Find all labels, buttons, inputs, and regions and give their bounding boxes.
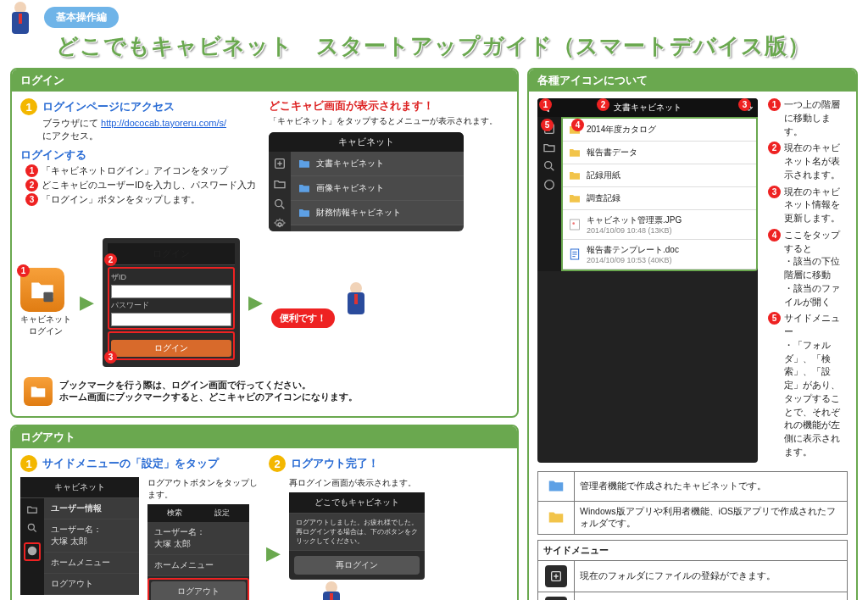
- screen-title: 文書キャビネット: [614, 102, 682, 114]
- badge: 4: [768, 229, 781, 242]
- menu-item: ホームメニュー: [147, 555, 249, 576]
- speech-bubble: 便利です！: [271, 308, 335, 328]
- text: 「キャビネット」をタップするとメニューが表示されます。: [269, 115, 509, 127]
- relogin-dialog-mock: どこでもキャビネット ログアウトしました。お疲れ様でした。 再ログインする場合は…: [289, 492, 425, 580]
- folder-info-icon: [545, 597, 567, 601]
- list-item: 報告書データ: [563, 142, 756, 164]
- callout-text: どこキャビ画面が表示されます！: [269, 98, 509, 114]
- userid-input[interactable]: [111, 285, 231, 298]
- svg-rect-3: [43, 292, 53, 302]
- arrow-icon: ▶: [248, 292, 263, 314]
- settings-menu-mock: キャビネット ユーザー情報 ユーザー名：大塚 太郎 ホームメニュー ログアウト: [20, 477, 139, 595]
- substep-badge: 2: [25, 179, 38, 192]
- badge: 3: [768, 186, 781, 198]
- folder-icon: [298, 157, 311, 170]
- step2-title: ログインする: [20, 147, 86, 163]
- user-folder-icon: [547, 508, 565, 526]
- cabinet-browser-mock: 1 2 3 5 4 ◀文書キャビネット⟳ 2014年度カタログ 報告書データ 記…: [537, 98, 758, 463]
- logout-header: ログアウト: [12, 426, 517, 448]
- step-badge: 1: [20, 455, 37, 472]
- text: にアクセス。: [42, 131, 98, 141]
- step-badge: 1: [20, 98, 37, 115]
- marker-3: 3: [738, 98, 751, 111]
- section-label: ユーザー情報: [44, 498, 139, 519]
- login-screen-mock: ログイン 2 ザID パスワード 3 ログイン: [103, 238, 240, 367]
- device-title: キャビネット: [269, 132, 464, 152]
- folder-legend-table: 管理者機能で作成されたキャビネットです。 Windows版アプリや利用者機能、i…: [537, 471, 848, 535]
- search-icon: [26, 522, 38, 534]
- menu-item: ホームメニュー: [44, 553, 139, 574]
- text: 「ログイン」ボタンをタップします。: [42, 193, 200, 206]
- device-mock-cabinet: キャビネット 文書キャビネット 画像キャビネット 財務情報キャビネット: [269, 132, 464, 231]
- substep-badge: 1: [25, 164, 38, 177]
- step1-title: ログインページにアクセス: [42, 99, 175, 114]
- field-label: パスワード: [111, 300, 231, 311]
- svg-point-1: [275, 200, 282, 207]
- list-item: 報告書テンプレート.doc2014/10/09 10:53 (40KB): [563, 240, 756, 269]
- login-header: ログイン: [12, 69, 517, 92]
- search-icon: [542, 159, 556, 173]
- marker-1: 1: [539, 98, 552, 111]
- folder-icon: [568, 169, 581, 182]
- doc-file-icon: [568, 247, 581, 261]
- folder-icon: [568, 146, 581, 159]
- folder-icon: [568, 192, 581, 205]
- logout-button[interactable]: ログアウト: [151, 581, 246, 600]
- text: 「キャビネットログイン」アイコンをタップ: [42, 164, 228, 177]
- value: 大塚 太郎: [51, 536, 87, 546]
- arrow-icon: ▶: [266, 542, 281, 564]
- sidemenu-table: 現在のフォルダにファイルの登録ができます。 現在のフォルダ情報やジャンプ画面が表…: [537, 560, 848, 601]
- step-badge: 2: [269, 455, 286, 472]
- search-icon: [273, 197, 287, 211]
- icon-label: ログイン: [20, 325, 71, 337]
- text: ブラウザにて: [42, 118, 101, 128]
- text: どこキャビのユーザーIDを入力し、パスワード入力: [42, 179, 256, 192]
- field-label: ザID: [111, 272, 231, 283]
- dialog-body: ログアウトしました。お疲れ様でした。 再ログインする場合は、下のボタンをクリック…: [289, 514, 425, 551]
- icon-explanations: 1一つ上の階層に移動します。 2現在のキャビネット名が表示されます。 3現在のキ…: [768, 98, 848, 463]
- mock-title: キャビネット: [20, 477, 139, 498]
- list-item: 文書キャビネット: [291, 152, 464, 176]
- step-title: ログアウト完了！: [291, 456, 379, 471]
- step-title: サイドメニューの「設定」をタップ: [42, 456, 219, 471]
- svg-point-5: [28, 547, 37, 556]
- marker-5: 5: [541, 119, 554, 131]
- label: ユーザー名：: [51, 525, 102, 534]
- icons-panel: 各種アイコンについて 1 2 3 5 4 ◀文書キャビネット⟳ 2014年度カタ…: [527, 68, 858, 600]
- image-file-icon: [568, 218, 581, 231]
- list-item: 2014年度カタログ: [563, 119, 756, 142]
- folder-icon: [298, 206, 311, 219]
- svg-point-8: [545, 181, 554, 190]
- folder-icon: [26, 503, 38, 515]
- arrow-icon: ▶: [80, 292, 94, 314]
- logout-menu-mock: 検索設定 ユーザー名：大塚 太郎 ホームメニュー ログアウト: [147, 504, 249, 600]
- access-url-link[interactable]: http://dococab.tayoreru.com/s/: [101, 118, 226, 128]
- category-tag: 基本操作編: [44, 7, 119, 28]
- cabinet-folder-icon: [547, 476, 565, 495]
- login-button[interactable]: ログイン: [111, 340, 231, 357]
- sidemenu-heading: サイドメニュー: [537, 540, 848, 560]
- badge: 5: [768, 312, 781, 325]
- marker-3: 3: [104, 351, 117, 364]
- marker-1: 1: [17, 264, 30, 277]
- dialog-title: どこでもキャビネット: [289, 492, 425, 514]
- password-input[interactable]: [111, 313, 231, 326]
- login-panel: ログイン 1ログインページにアクセス ブラウザにて http://dococab…: [10, 68, 519, 418]
- instruction-text: ログアウトボタンをタップします。: [147, 477, 258, 501]
- list-item: 記録用紙: [563, 164, 756, 187]
- cabinet-icon: [24, 377, 53, 406]
- substep-badge: 3: [25, 193, 38, 206]
- list-item: 調査記録: [563, 187, 756, 210]
- svg-point-10: [572, 222, 575, 225]
- svg-point-7: [545, 162, 552, 169]
- badge: 2: [768, 142, 781, 154]
- bookmark-note: ブックマークを行う際は、ログイン画面で行ってください。ホーム画面にブックマークす…: [20, 374, 509, 409]
- icons-header: 各種アイコンについて: [529, 69, 856, 92]
- gear-icon: [273, 218, 287, 231]
- relogin-button[interactable]: 再ログイン: [294, 556, 420, 575]
- badge: 1: [768, 98, 781, 111]
- gear-icon: [26, 545, 38, 557]
- folder-icon: [273, 177, 287, 191]
- marker-4: 4: [571, 119, 584, 131]
- page-title: どこでもキャビネット スタートアップガイド（スマートデバイス版）: [56, 31, 858, 61]
